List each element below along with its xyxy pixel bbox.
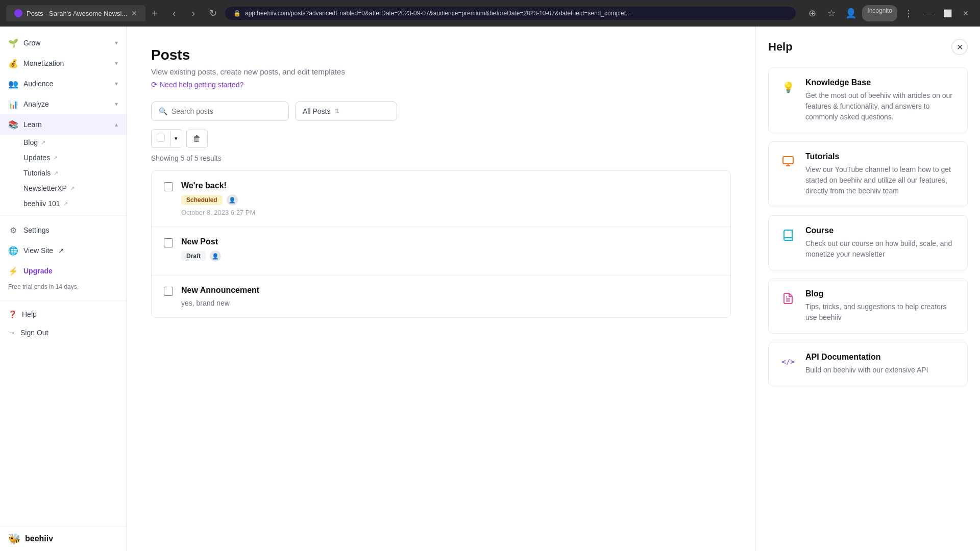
help-card-course[interactable]: Course Check out our course on how build… (768, 215, 968, 270)
search-input[interactable] (172, 107, 281, 115)
sidebar-item-newsletterxp[interactable]: NewsletterXP ↗ (23, 181, 126, 196)
incognito-badge: Incognito (862, 5, 897, 21)
sidebar-item-upgrade[interactable]: ⚡ Upgrade (0, 261, 126, 281)
learn-chevron-icon: ▴ (115, 121, 118, 128)
sidebar-item-sign-out[interactable]: → Sign Out (0, 323, 126, 342)
tab-favicon (14, 9, 22, 17)
help-card-knowledge-base[interactable]: 💡 Knowledge Base Get the most out of bee… (768, 67, 968, 133)
new-tab-button[interactable]: + (152, 8, 158, 19)
address-bar[interactable]: 🔒 app.beehiiv.com/posts?advancedEnabled=… (225, 7, 796, 20)
back-button[interactable]: ‹ (166, 5, 182, 21)
sidebar-label-analyze: Analyze (23, 100, 49, 108)
tab-close-icon[interactable]: ✕ (131, 9, 137, 17)
post-meta-2: Draft 👤 (181, 251, 718, 262)
profile-button[interactable]: 👤 (843, 5, 859, 21)
sidebar-item-updates[interactable]: Updates ↗ (23, 150, 126, 165)
maximize-button[interactable]: ⬜ (939, 5, 955, 21)
newsletterxp-label: NewsletterXP (23, 184, 67, 192)
extensions-button[interactable]: ⊕ (804, 5, 820, 21)
sidebar-label-monetization: Monetization (23, 59, 64, 67)
post-checkbox-2[interactable] (164, 238, 173, 247)
sidebar-item-analyze[interactable]: 📊 Analyze ▾ (0, 94, 126, 114)
help-card-content-api-docs: API Documentation Build on beehiiv with … (805, 353, 957, 375)
close-window-button[interactable]: ✕ (958, 5, 974, 21)
sidebar-item-blog[interactable]: Blog ↗ (23, 135, 126, 150)
upgrade-icon: ⚡ (8, 266, 18, 276)
help-card-tutorials[interactable]: Tutorials View our YouTube channel to le… (768, 141, 968, 207)
sidebar-divider-2 (0, 300, 126, 301)
sidebar-label-upgrade: Upgrade (23, 267, 53, 275)
course-icon (779, 226, 797, 244)
bulk-delete-button[interactable]: 🗑 (186, 130, 208, 148)
post-checkbox-1[interactable] (164, 182, 173, 191)
post-content-2: New Post Draft 👤 (181, 237, 718, 265)
post-status-badge-2: Draft (181, 251, 206, 261)
tutorials-external-icon: ↗ (54, 170, 58, 177)
post-item-3: New Announcement yes, brand new (152, 276, 730, 317)
browser-actions: ⊕ ☆ 👤 Incognito ⋮ (804, 5, 917, 21)
sidebar-label-view-site: View Site (23, 246, 53, 255)
help-close-icon: ✕ (957, 42, 963, 52)
help-link-text: Need help getting started? (160, 81, 243, 89)
trial-notice: Free trial ends in 14 days. (0, 281, 126, 296)
refresh-button[interactable]: ↻ (205, 5, 221, 21)
help-card-content-course: Course Check out our course on how build… (805, 226, 957, 260)
sidebar-divider-1 (0, 215, 126, 216)
sidebar-item-settings[interactable]: ⚙ Settings (0, 220, 126, 240)
sidebar-item-help[interactable]: ❓ Help (0, 305, 126, 323)
browser-tab[interactable]: Posts - Sarah's Awesome Newsl... ✕ (6, 5, 145, 21)
sidebar-item-monetization[interactable]: 💰 Monetization ▾ (0, 53, 126, 73)
post-checkbox-3[interactable] (164, 287, 173, 296)
sidebar-item-grow[interactable]: 🌱 Grow ▾ (0, 33, 126, 53)
filter-arrows-icon: ⇅ (334, 108, 339, 115)
bookmark-button[interactable]: ☆ (823, 5, 840, 21)
forward-button[interactable]: › (185, 5, 202, 21)
bulk-checkbox[interactable] (152, 130, 170, 147)
help-card-api-docs[interactable]: </> API Documentation Build on beehiiv w… (768, 342, 968, 386)
search-box[interactable]: 🔍 (151, 102, 289, 121)
newsletterxp-external-icon: ↗ (70, 185, 75, 192)
sidebar-item-learn[interactable]: 📚 Learn ▴ (0, 114, 126, 135)
knowledge-base-icon: 💡 (779, 78, 797, 96)
page-subtitle: View existing posts, create new posts, a… (151, 67, 731, 76)
minimize-button[interactable]: — (921, 5, 937, 21)
menu-button[interactable]: ⋮ (900, 5, 917, 21)
sidebar-item-beehiiv101[interactable]: beehiiv 101 ↗ (23, 196, 126, 211)
app-container: 🌱 Grow ▾ 💰 Monetization ▾ 👥 Audience ▾ 📊… (0, 27, 980, 551)
help-close-button[interactable]: ✕ (951, 39, 968, 55)
help-panel: Help ✕ 💡 Knowledge Base Get the most out… (755, 27, 980, 551)
post-item-2: New Post Draft 👤 (152, 227, 730, 276)
post-title-2[interactable]: New Post (181, 237, 718, 246)
post-title-1[interactable]: We're back! (181, 181, 718, 190)
sidebar-item-view-site[interactable]: 🌐 View Site ↗ (0, 240, 126, 261)
learn-icon: 📚 (8, 119, 18, 130)
sidebar-label-sign-out: Sign Out (20, 329, 48, 337)
analyze-icon: 📊 (8, 99, 18, 109)
blog-card-icon (779, 289, 797, 308)
help-card-title-knowledge-base: Knowledge Base (805, 78, 957, 87)
help-card-content-tutorials: Tutorials View our YouTube channel to le… (805, 152, 957, 196)
help-getting-started-link[interactable]: ⟳ Need help getting started? (151, 80, 731, 89)
search-icon: 🔍 (159, 107, 167, 115)
sidebar-label-learn: Learn (23, 120, 42, 129)
sidebar-item-audience[interactable]: 👥 Audience ▾ (0, 73, 126, 94)
analyze-chevron-icon: ▾ (115, 101, 118, 108)
tutorials-icon (779, 152, 797, 170)
updates-external-icon: ↗ (53, 155, 58, 161)
posts-filter-dropdown[interactable]: All Posts ⇅ (295, 102, 397, 121)
help-card-desc-api-docs: Build on beehiiv with our extensive API (805, 365, 957, 375)
help-card-blog[interactable]: Blog Tips, tricks, and suggestions to he… (768, 279, 968, 334)
tab-title: Posts - Sarah's Awesome Newsl... (27, 10, 127, 17)
help-card-content-knowledge-base: Knowledge Base Get the most out of beehi… (805, 78, 957, 122)
updates-label: Updates (23, 154, 50, 162)
beehiiv101-external-icon: ↗ (63, 201, 68, 207)
brand-name: beehiiv (25, 534, 53, 543)
sidebar-nav: 🌱 Grow ▾ 💰 Monetization ▾ 👥 Audience ▾ 📊… (0, 27, 126, 526)
brand-icon: 🐝 (8, 533, 21, 545)
sidebar-item-tutorials[interactable]: Tutorials ↗ (23, 165, 126, 181)
post-content-1: We're back! Scheduled 👤 October 8, 2023 … (181, 181, 718, 216)
bulk-dropdown-chevron[interactable]: ▾ (170, 131, 182, 146)
post-title-3[interactable]: New Announcement (181, 286, 718, 295)
main-content: Posts View existing posts, create new po… (127, 27, 755, 551)
post-desc-3: yes, brand new (181, 299, 718, 307)
